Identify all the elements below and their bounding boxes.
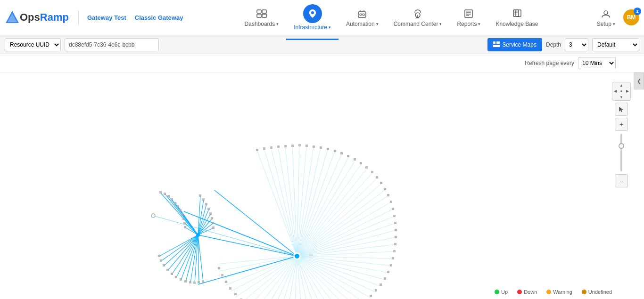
header: OpsRamp Gateway Test Classic Gateway Das… [0,0,644,35]
legend-warning-dot [546,290,551,294]
svg-line-76 [294,256,297,299]
svg-rect-210 [184,280,187,283]
zoom-out-button[interactable]: − [615,174,628,187]
depth-select[interactable]: 3 [565,38,588,51]
nav-down-right [624,94,630,100]
left-cluster-nodes [158,191,215,284]
right-fan-lines [216,145,396,299]
nav-knowledge-base[interactable]: Knowledge Base [488,4,545,31]
svg-rect-206 [166,269,169,271]
nav-command-center[interactable]: Command Center ▾ [386,4,450,31]
svg-rect-147 [390,201,392,203]
setup-label: Setup [597,21,611,27]
svg-rect-158 [384,277,386,280]
refresh-label: Refresh page every [525,60,574,66]
knowledge-base-label: Knowledge Base [495,21,538,27]
svg-line-110 [159,235,198,256]
center-nav: Dashboards ▾ Infrastructure ▾ [191,0,591,34]
svg-line-64 [297,256,381,286]
svg-rect-151 [395,229,397,231]
default-select[interactable]: Default [592,38,639,51]
nav-automation[interactable]: Automation ▾ [339,4,386,31]
svg-line-85 [231,256,297,291]
network-map-svg[interactable] [0,73,644,299]
user-avatar[interactable]: 2 BM [623,9,639,25]
svg-rect-154 [393,250,396,252]
nav-setup[interactable]: Setup ▾ [591,4,621,31]
filter-type-select[interactable]: Resource UUID [5,38,61,51]
nav-center[interactable]: ● [619,89,625,95]
legend-up-dot [495,290,499,294]
logo-icon [5,10,20,25]
svg-rect-214 [202,280,204,283]
far-left-line [153,216,297,256]
avatar-badge: 2 [634,8,641,15]
right-nav: Setup ▾ 2 BM [591,4,639,31]
svg-line-39 [297,148,321,256]
legend-undefined: Undefined [582,289,612,295]
classic-gateway-link[interactable]: Classic Gateway [135,14,183,21]
reports-chevron: ▾ [478,22,480,26]
svg-rect-156 [390,264,392,267]
nav-down[interactable]: ▼ [619,94,625,100]
svg-line-89 [216,256,297,264]
zoom-slider-handle[interactable] [619,143,624,149]
svg-point-9 [363,14,364,16]
svg-rect-20 [466,11,471,12]
zoom-slider[interactable] [620,134,622,171]
svg-line-46 [297,168,368,256]
svg-rect-192 [182,218,185,220]
infrastructure-chevron: ▾ [329,25,331,30]
svg-rect-185 [164,193,166,195]
logo[interactable]: OpsRamp [5,10,69,25]
infrastructure-label: Infrastructure [294,24,327,31]
select-tool-button[interactable] [615,103,628,116]
svg-line-31 [264,149,297,256]
nav-dashboards[interactable]: Dashboards ▾ [237,4,287,31]
nav-reports[interactable]: Reports ▾ [449,4,488,31]
svg-rect-183 [218,267,220,269]
nav-infrastructure[interactable]: Infrastructure ▾ [286,0,339,34]
svg-rect-128 [277,145,280,148]
refresh-select[interactable]: 10 Mins [578,57,616,69]
svg-rect-153 [394,243,396,245]
svg-line-88 [219,256,297,271]
svg-rect-136 [334,150,336,152]
svg-line-50 [297,189,386,256]
svg-rect-139 [354,158,356,161]
svg-line-80 [262,256,297,299]
svg-rect-133 [313,145,315,148]
nav-pad[interactable]: ▲ ◀ ● ▶ ▼ [612,82,631,101]
svg-rect-138 [347,155,349,157]
svg-rect-182 [221,274,223,276]
svg-rect-149 [393,215,396,217]
zoom-in-icon: + [619,121,623,128]
svg-rect-213 [198,281,200,283]
left-hub-node [196,233,200,237]
cursor-icon [618,106,625,113]
svg-rect-145 [384,188,386,190]
svg-rect-131 [298,144,301,146]
knowledge-base-icon [510,8,523,19]
service-maps-button[interactable]: Service Maps [487,38,542,51]
svg-rect-159 [380,283,382,286]
gateway-test-link[interactable]: Gateway Test [87,14,126,21]
svg-rect-193 [183,222,186,224]
svg-rect-200 [211,217,213,219]
svg-rect-126 [263,147,265,150]
legend-up-label: Up [501,289,508,295]
setup-chevron: ▾ [613,22,615,26]
zoom-in-button[interactable]: + [615,118,628,131]
svg-rect-205 [163,264,165,267]
sidebar-toggle[interactable]: ❮ [634,73,644,89]
svg-line-124 [198,256,297,284]
nav-left[interactable]: ◀ [612,89,619,95]
refresh-bar: Refresh page every 10 Mins [0,54,644,73]
legend-down: Down [517,289,537,295]
filter-value-input[interactable] [65,38,159,51]
svg-line-60 [297,256,393,259]
command-center-chevron: ▾ [439,22,442,26]
nav-right[interactable]: ▶ [624,89,630,95]
svg-rect-4 [257,14,261,17]
nav-up[interactable]: ▲ [619,82,625,89]
